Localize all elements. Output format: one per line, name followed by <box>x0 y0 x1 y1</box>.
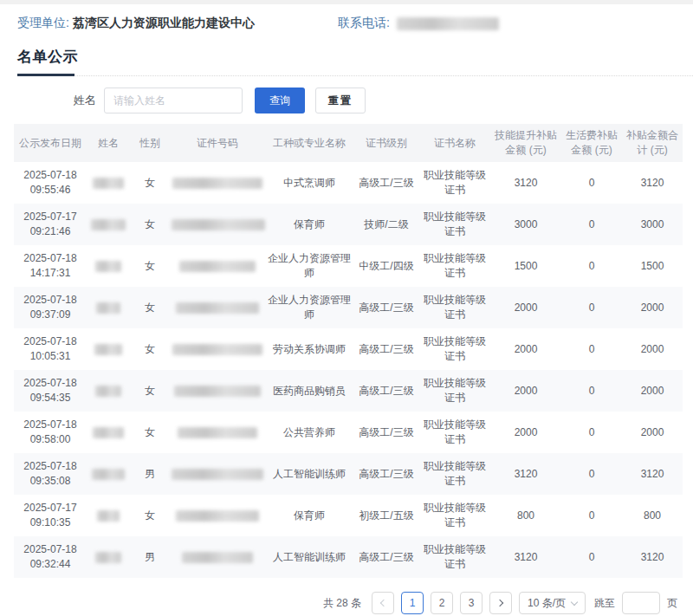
query-button[interactable]: 查询 <box>255 88 305 113</box>
table-row: 2025-07-1709:10:35 女 保育师 初级工/五级 职业技能等级证书… <box>14 495 683 536</box>
list-publicity-page: 受理单位: 荔湾区人力资源职业能力建设中心 联系电话: 名单公示 姓名 查询 重… <box>0 16 693 614</box>
jump-page-suffix: 页 <box>667 596 677 611</box>
redacted-name <box>95 552 121 563</box>
redacted-id-number <box>172 178 262 189</box>
accepting-unit: 受理单位: 荔湾区人力资源职业能力建设中心 <box>17 16 338 31</box>
page-title: 名单公示 <box>17 47 676 67</box>
table-row: 2025-07-1809:58:00 女 公共营养师 高级工/三级 职业技能等级… <box>14 412 683 453</box>
table-row: 2025-07-1809:37:09 女 企业人力资源管理师 高级工/三级 职业… <box>14 287 683 328</box>
column-header-cert-level: 证书级别 <box>353 124 419 162</box>
pagination-bar: 共 28 条 1 2 3 10 条/页 跳至 页 <box>0 592 677 614</box>
search-form: 姓名 查询 重置 <box>74 88 693 113</box>
title-underline <box>17 74 74 76</box>
column-header-name: 姓名 <box>87 124 130 162</box>
chevron-left-icon <box>380 600 387 606</box>
table-row: 2025-07-1809:32:44 男 人工智能训练师 高级工/三级 职业技能… <box>14 536 683 578</box>
results-table: 公示发布日期 姓名 性别 证件号码 工种或专业名称 证书级别 证书名称 技能提升… <box>14 124 683 578</box>
title-divider <box>17 74 693 76</box>
table-row: 2025-07-1814:17:31 女 企业人力资源管理师 中级工/四级 职业… <box>14 245 683 287</box>
reset-button[interactable]: 重置 <box>315 88 366 113</box>
accepting-unit-value: 荔湾区人力资源职业能力建设中心 <box>73 16 255 31</box>
jump-page-input[interactable] <box>622 592 660 614</box>
redacted-id-number <box>174 386 261 397</box>
column-header-skill-subsidy: 技能提升补贴金额 (元) <box>490 124 561 162</box>
redacted-phone-number <box>397 17 499 30</box>
prev-page-button[interactable] <box>372 592 394 614</box>
table-header-row: 公示发布日期 姓名 性别 证件号码 工种或专业名称 证书级别 证书名称 技能提升… <box>14 124 683 162</box>
column-header-living-subsidy: 生活费补贴金额 (元) <box>561 124 622 162</box>
redacted-name <box>95 386 121 397</box>
page-button-1[interactable]: 1 <box>401 592 424 614</box>
page-size-value: 10 条/页 <box>528 596 566 611</box>
name-filter-label: 姓名 <box>74 93 96 108</box>
jump-to-label: 跳至 <box>594 596 615 611</box>
redacted-id-number <box>176 510 259 522</box>
table-row: 2025-07-1709:21:46 女 保育师 技师/二级 职业技能等级证书 … <box>14 204 683 245</box>
redacted-name <box>93 427 124 438</box>
redacted-id-number <box>172 469 263 480</box>
chevron-down-icon <box>571 598 578 605</box>
redacted-name <box>97 510 120 522</box>
meta-row: 受理单位: 荔湾区人力资源职业能力建设中心 联系电话: <box>17 16 676 31</box>
column-header-id-number: 证件号码 <box>170 124 265 162</box>
redacted-name <box>92 469 125 480</box>
column-header-gender: 性别 <box>130 124 170 162</box>
column-header-total-subsidy: 补贴金额合计 (元) <box>622 124 683 162</box>
redacted-id-number <box>172 219 265 230</box>
next-page-button[interactable] <box>489 592 512 614</box>
redacted-id-number <box>182 552 253 563</box>
contact-phone-label: 联系电话: <box>338 16 390 31</box>
redacted-id-number <box>178 427 257 438</box>
redacted-name <box>96 302 120 314</box>
contact-phone: 联系电话: <box>338 16 499 31</box>
redacted-name <box>94 344 122 355</box>
table-row: 2025-07-1809:54:35 女 医药商品购销员 高级工/三级 职业技能… <box>14 370 683 412</box>
page-size-select[interactable]: 10 条/页 <box>519 592 586 614</box>
accepting-unit-label: 受理单位: <box>17 16 69 31</box>
redacted-name <box>95 261 121 272</box>
column-header-cert-name: 证书名称 <box>419 124 490 162</box>
top-strip <box>0 0 693 4</box>
name-filter-input[interactable] <box>104 88 243 113</box>
redacted-id-number <box>172 344 262 355</box>
redacted-id-number <box>176 302 259 314</box>
redacted-name <box>93 178 124 189</box>
table-row: 2025-07-1809:55:46 女 中式烹调师 高级工/三级 职业技能等级… <box>14 162 683 204</box>
column-header-job: 工种或专业名称 <box>265 124 353 162</box>
table-row: 2025-07-1810:05:31 女 劳动关系协调师 高级工/三级 职业技能… <box>14 328 683 370</box>
chevron-right-icon <box>496 600 503 606</box>
total-count: 共 28 条 <box>323 596 361 611</box>
redacted-id-number <box>179 261 256 272</box>
table-row: 2025-07-1809:35:08 男 人工智能训练师 高级工/三级 职业技能… <box>14 453 683 495</box>
page-button-2[interactable]: 2 <box>431 592 453 614</box>
redacted-name <box>91 219 126 230</box>
page-button-3[interactable]: 3 <box>460 592 483 614</box>
column-header-publish-date: 公示发布日期 <box>14 124 87 162</box>
